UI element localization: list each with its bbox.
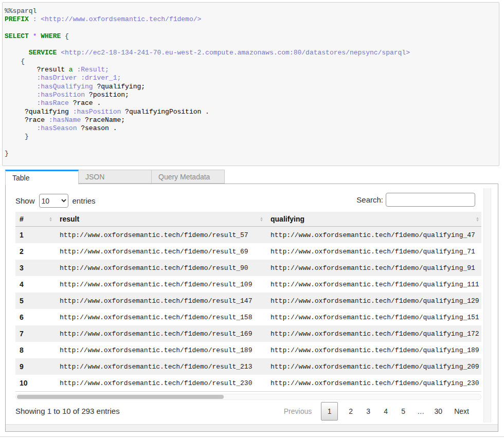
column-header-result[interactable]: result▲▼ [56, 212, 266, 227]
results-table-wrap: #▲▼result▲▼qualifying▲▼position▲▼ 1http:… [15, 212, 481, 392]
cell-num: 7 [15, 325, 56, 342]
cell-qualifying: http://www.oxfordsemantic.tech/f1demo/qu… [266, 227, 481, 244]
code-line: } [5, 150, 499, 158]
cell-num: 6 [15, 309, 56, 325]
cell-num: 3 [15, 260, 56, 276]
cell-num: 1 [15, 227, 56, 244]
cell-result: http://www.oxfordsemantic.tech/f1demo/re… [56, 227, 266, 244]
sort-icon: ▲▼ [49, 216, 52, 222]
entries-info: Showing 1 to 10 of 293 entries [15, 407, 120, 415]
search-input[interactable] [386, 193, 475, 207]
tab-json[interactable]: JSON [78, 170, 152, 184]
cell-qualifying: http://www.oxfordsemantic.tech/f1demo/qu… [266, 342, 481, 358]
sort-icon: ▲▼ [476, 216, 479, 222]
page-button-4[interactable]: 4 [377, 407, 394, 415]
cell-num: 2 [15, 243, 56, 260]
bottom-divider [0, 436, 504, 437]
cell-result: http://www.oxfordsemantic.tech/f1demo/re… [56, 260, 266, 276]
results-table: #▲▼result▲▼qualifying▲▼position▲▼ 1http:… [15, 212, 481, 392]
panel-bottom-scrollbar[interactable] [6, 424, 498, 431]
table-row: 9http://www.oxfordsemantic.tech/f1demo/r… [15, 358, 481, 375]
code-line: %%sparql [5, 7, 499, 15]
cell-result: http://www.oxfordsemantic.tech/f1demo/re… [56, 293, 266, 309]
cell-num: 8 [15, 342, 56, 358]
table-row: 6http://www.oxfordsemantic.tech/f1demo/r… [15, 309, 481, 325]
cell-num: 5 [15, 293, 56, 309]
cell-num: 10 [15, 375, 56, 392]
column-header-qualifying[interactable]: qualifying▲▼ [266, 212, 481, 227]
code-line: ?result a :Result; [5, 66, 499, 74]
code-line: :hasSeason ?season . [5, 124, 499, 133]
page-button-1[interactable]: 1 [321, 402, 338, 421]
cell-result: http://www.oxfordsemantic.tech/f1demo/re… [56, 309, 266, 325]
table-panel: Show 10 entries Search: #▲▼result▲▼quali… [5, 184, 498, 432]
cell-qualifying: http://www.oxfordsemantic.tech/f1demo/qu… [266, 309, 481, 325]
code-line: SERVICE <http://ec2-18-134-241-70.eu-wes… [5, 49, 499, 57]
code-line: :hasRace ?race . [5, 99, 499, 107]
cell-qualifying: http://www.oxfordsemantic.tech/f1demo/qu… [266, 293, 481, 309]
table-row: 10http://www.oxfordsemantic.tech/f1demo/… [15, 375, 481, 392]
code-line: SELECT * WHERE { [5, 32, 499, 41]
next-button[interactable]: Next [454, 407, 469, 415]
entries-select[interactable]: 10 [39, 194, 68, 208]
cell-result: http://www.oxfordsemantic.tech/f1demo/re… [56, 358, 266, 375]
table-row: 7http://www.oxfordsemantic.tech/f1demo/r… [15, 325, 481, 342]
cell-qualifying: http://www.oxfordsemantic.tech/f1demo/qu… [266, 325, 481, 342]
code-line [5, 41, 499, 49]
code-line: ?race :hasName ?raceName; [5, 116, 499, 124]
search-control: Search: [356, 193, 475, 207]
horizontal-scrollbar-thumb[interactable] [17, 395, 224, 399]
cell-qualifying: http://www.oxfordsemantic.tech/f1demo/qu… [266, 358, 481, 375]
code-line: ?qualifying :hasPosition ?qualifyingPosi… [5, 108, 499, 116]
code-line [5, 141, 499, 150]
table-row: 5http://www.oxfordsemantic.tech/f1demo/r… [15, 293, 481, 309]
table-row: 1http://www.oxfordsemantic.tech/f1demo/r… [15, 227, 481, 244]
cell-result: http://www.oxfordsemantic.tech/f1demo/re… [56, 342, 266, 358]
page-size-control: Show 10 entries [15, 194, 96, 208]
column-header-num[interactable]: #▲▼ [15, 212, 56, 227]
page-button-3[interactable]: 3 [359, 407, 377, 415]
page-ellipsis: … [412, 407, 429, 415]
page-button-5[interactable]: 5 [394, 407, 412, 415]
output-tabbar: TableJSONQuery Metadata [5, 170, 225, 184]
cell-result: http://www.oxfordsemantic.tech/f1demo/re… [56, 325, 266, 342]
sparql-code-cell[interactable]: %%sparqlPREFIX : <http://www.oxfordseman… [2, 2, 499, 166]
code-line: { [5, 58, 499, 66]
cell-qualifying: http://www.oxfordsemantic.tech/f1demo/qu… [266, 375, 481, 392]
cell-num: 9 [15, 358, 56, 375]
table-row: 3http://www.oxfordsemantic.tech/f1demo/r… [15, 260, 481, 276]
code-line: :hasQualifying ?qualifying; [5, 83, 499, 91]
page-button-30[interactable]: 30 [429, 407, 447, 415]
search-label: Search: [356, 195, 383, 204]
cell-qualifying: http://www.oxfordsemantic.tech/f1demo/qu… [266, 260, 481, 276]
sort-icon: ▲▼ [260, 216, 263, 222]
pagination: Previous12345…30Next [284, 402, 469, 421]
page-button-2[interactable]: 2 [342, 407, 359, 415]
code-line: } [5, 133, 499, 141]
cell-num: 4 [15, 276, 56, 293]
vertical-scrollbar[interactable] [483, 188, 491, 423]
code-line: :hasPosition ?position; [5, 91, 499, 99]
cell-result: http://www.oxfordsemantic.tech/f1demo/re… [56, 243, 266, 260]
code-line: PREFIX : <http://www.oxfordsemantic.tech… [5, 15, 499, 24]
cell-qualifying: http://www.oxfordsemantic.tech/f1demo/qu… [266, 243, 481, 260]
table-row: 2http://www.oxfordsemantic.tech/f1demo/r… [15, 243, 481, 260]
cell-result: http://www.oxfordsemantic.tech/f1demo/re… [56, 375, 266, 392]
tab-query-metadata[interactable]: Query Metadata [151, 170, 225, 184]
table-row: 4http://www.oxfordsemantic.tech/f1demo/r… [15, 276, 481, 293]
show-label: Show [15, 196, 35, 205]
code-line [5, 24, 499, 32]
tab-table[interactable]: Table [5, 170, 79, 185]
table-row: 8http://www.oxfordsemantic.tech/f1demo/r… [15, 342, 481, 358]
horizontal-scrollbar[interactable] [15, 394, 481, 400]
entries-label: entries [73, 196, 96, 205]
previous-button[interactable]: Previous [284, 407, 312, 415]
cell-result: http://www.oxfordsemantic.tech/f1demo/re… [56, 276, 266, 293]
code-line: :hasDriver :driver_1; [5, 74, 499, 82]
cell-qualifying: http://www.oxfordsemantic.tech/f1demo/qu… [266, 276, 481, 293]
